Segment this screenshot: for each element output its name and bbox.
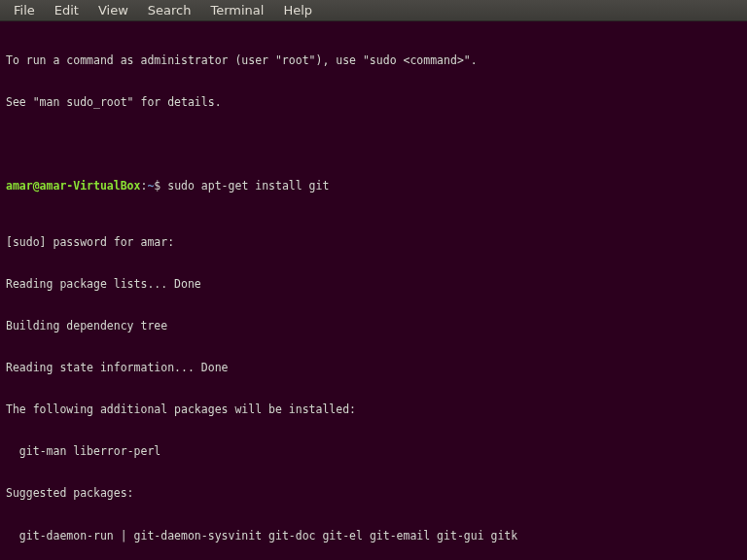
menu-view[interactable]: View <box>89 1 138 19</box>
intro-line: See "man sudo_root" for details. <box>6 95 741 109</box>
output-line: Building dependency tree <box>6 319 741 332</box>
menu-search[interactable]: Search <box>138 1 201 19</box>
terminal-output-area[interactable]: To run a command as administrator (user … <box>0 21 747 560</box>
output-line: Reading state information... Done <box>6 361 741 374</box>
output-line: Suggested packages: <box>6 486 741 500</box>
menu-terminal[interactable]: Terminal <box>200 1 273 19</box>
intro-line: To run a command as administrator (user … <box>6 53 741 67</box>
output-line: [sudo] password for amar: <box>6 235 741 249</box>
prompt-userhost: amar@amar-VirtualBox <box>6 179 140 192</box>
prompt-line: amar@amar-VirtualBox:~$ sudo apt-get ins… <box>6 179 741 192</box>
output-line: git-man liberror-perl <box>6 444 741 458</box>
output-line: The following additional packages will b… <box>6 402 741 416</box>
menubar: File Edit View Search Terminal Help <box>0 0 747 21</box>
menu-file[interactable]: File <box>4 1 45 19</box>
menu-edit[interactable]: Edit <box>45 1 89 19</box>
output-line: Reading package lists... Done <box>6 277 741 291</box>
menu-help[interactable]: Help <box>273 1 322 19</box>
prompt-dollar: $ <box>154 179 167 192</box>
command-text: sudo apt-get install git <box>167 179 329 192</box>
output-line: git-daemon-run | git-daemon-sysvinit git… <box>6 529 741 542</box>
